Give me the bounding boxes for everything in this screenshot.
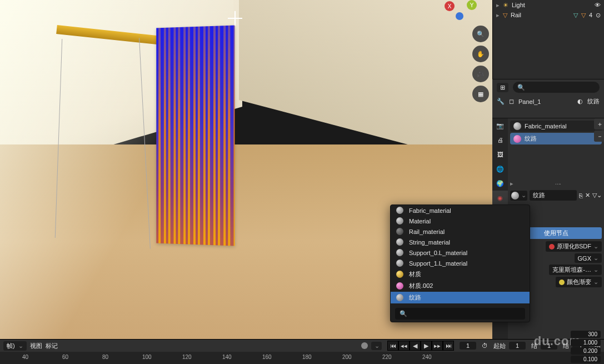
outliner-row-rail[interactable]: ▸ ▽ Rail ▽ ▽ 4 ⊙ [493,10,604,20]
material-swatch-icon [396,282,403,290]
play-button[interactable]: ▶ [421,341,432,351]
gizmo-z-icon[interactable] [456,12,463,20]
material-option-label: Support_0.L_material [409,250,467,256]
keying-dropdown[interactable] [371,342,382,350]
orientation-gizmo[interactable]: X Y [445,0,489,22]
material-option[interactable]: Rail_material [391,226,530,237]
viewport-side-toolbar: 🔍 ✋ 🎥 ▦ [472,26,490,102]
sphere-icon [511,192,519,200]
modifier-icon[interactable]: ▽ [573,12,578,19]
tick-label: 120 [182,354,192,360]
material-preview-icon [513,135,521,143]
tab-viewlayer[interactable]: 🖼 [492,147,508,162]
material-option-label: 材质 [409,270,421,278]
material-slot-0[interactable]: Fabric_material [510,121,602,132]
material-option[interactable]: Support_0.L_material [391,247,530,258]
visibility-eye-icon[interactable]: ⊙ [596,12,601,19]
material-swatch-icon [396,217,403,225]
material-swatch-icon [396,294,403,301]
view-menu[interactable]: 视图 [30,342,42,350]
material-option[interactable]: 纹路 [391,292,530,303]
shader-header: ⊞ 🔍 🔧 ◻ Panel_1 ◐ 纹路 [492,79,604,118]
search-icon: 🔍 [400,310,407,317]
param-val[interactable]: 1.000 [571,339,601,346]
slot-expand[interactable]: ▸ ᠁ [510,179,602,188]
material-swatch-icon [396,249,403,256]
outliner-row-light[interactable]: ▸ ☀ Light 👁 [493,0,604,10]
nodes-icon: ⊞ [500,84,505,91]
object-pin-icon: ◻ [509,98,514,105]
material-option[interactable]: String_material [391,237,530,247]
expand-icon[interactable]: ▸ [496,2,500,9]
surface-shader-select[interactable]: 原理化BSDF [546,241,602,252]
material-option-label: Material [409,218,431,225]
camera-icon[interactable]: 🎥 [472,66,489,82]
panel-banner [156,26,234,246]
tick-label: 200 [342,354,352,360]
subsurface-select[interactable]: 克里斯坦森-… [549,265,602,275]
material-slot-1[interactable]: 纹路 [510,133,602,144]
jump-start-button[interactable]: ⏮ [387,341,398,351]
wall-right [239,0,492,167]
param-val[interactable]: 300 [571,331,601,338]
current-frame-field[interactable]: 1 [460,342,476,350]
keyframe-prev-button[interactable]: ◂◂ [398,341,410,351]
wrench-icon[interactable]: 🔧 [497,98,505,105]
marker-menu[interactable]: 标记 [46,342,58,350]
play-reverse-button[interactable]: ◀ [410,341,421,351]
material-option[interactable]: Material [391,216,530,226]
popup-search-input[interactable]: 🔍 [395,308,525,320]
stopwatch-icon[interactable]: ⏱ [482,342,488,349]
timeline-ruler[interactable]: 406080100120140160180200220240 [0,352,604,364]
outliner-badge: 4 [589,12,592,18]
material-preview-icon [513,122,521,130]
distribution-select[interactable]: GGX [575,253,602,263]
slot-name: 纹路 [587,97,600,106]
copy-icon[interactable]: ⎘ [579,192,583,199]
zoom-icon[interactable]: 🔍 [472,26,489,42]
jump-end-button[interactable]: ⏭ [443,341,454,351]
timeline-panel: 帧) 视图 标记 ⏮ ◂◂ ◀ ▶ ▸▸ ⏭ 1 ⏱ 起始1 结1 结1 结 4… [0,339,604,364]
popup-search-field[interactable] [411,310,521,318]
material-slot-label: Fabric_material [525,123,567,129]
tab-world[interactable]: 🌍 [492,176,508,191]
gizmo-y-icon[interactable]: Y [467,0,477,10]
param-val[interactable]: 0.100 [571,356,601,363]
end-frame-field[interactable]: 1 [541,342,557,350]
header-search-input[interactable]: 🔍 [513,82,600,93]
tick-label: 220 [382,354,392,360]
search-icon: 🔍 [517,84,525,91]
tab-material[interactable]: ◉ [492,191,508,205]
param-val[interactable]: 0.200 [571,347,601,355]
add-slot-button[interactable]: ＋ [594,118,604,129]
grid-icon[interactable]: ▦ [472,86,489,102]
expand-icon[interactable]: ▸ [496,12,500,19]
material-option[interactable]: Fabric_material [391,205,530,216]
pan-icon[interactable]: ✋ [472,46,489,62]
material-browse-dropdown[interactable] [510,191,527,201]
editor-type-dropdown[interactable]: ⊞ [497,83,508,92]
tab-scene[interactable]: 🌐 [492,162,508,176]
numeric-overlay: 300 1.000 0.200 0.100 [571,331,601,363]
material-option[interactable]: Support_1.L_material [391,258,530,268]
base-color-select[interactable]: 颜色渐变 [556,277,602,287]
gizmo-x-icon[interactable]: X [445,1,455,11]
new-variant-icon[interactable]: ▽⌄ [592,192,602,199]
tab-render[interactable]: 📷 [492,118,508,133]
tick-label: 240 [422,354,432,360]
frame-menu[interactable]: 帧) [3,341,27,351]
autokey-icon[interactable] [361,342,368,349]
material-option[interactable]: 材质 [391,268,530,280]
unlink-icon[interactable]: ✕ [585,192,590,199]
start-frame-field[interactable]: 1 [509,342,526,350]
tab-output[interactable]: 🖨 [492,133,508,147]
material-option-label: 材质.002 [409,282,433,290]
material-slot-label: 纹路 [525,134,537,143]
material-name-field[interactable]: 纹路 [530,190,577,201]
keyframe-next-button[interactable]: ▸▸ [432,341,443,351]
material-option[interactable]: 材质.002 [391,280,530,292]
visibility-toggles[interactable]: 👁 [595,2,601,8]
material-option-label: Rail_material [409,228,445,235]
tick-label: 100 [142,354,152,360]
remove-slot-button[interactable]: － [594,131,604,142]
